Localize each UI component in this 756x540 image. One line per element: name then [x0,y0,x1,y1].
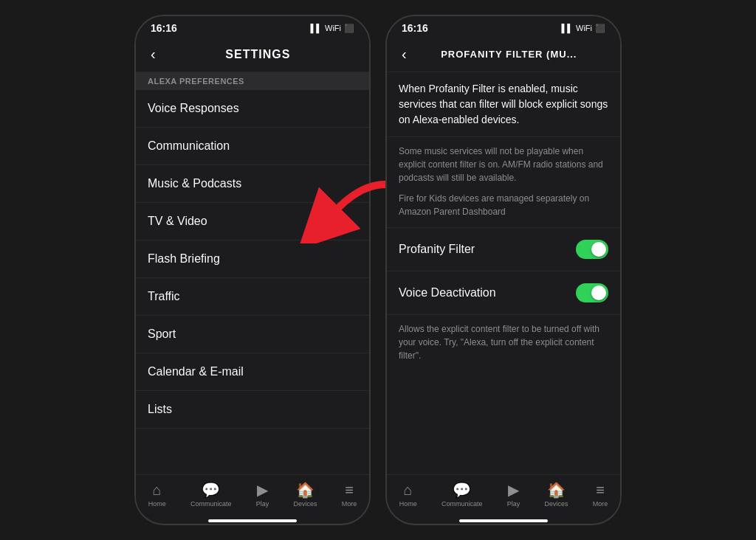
toggle-knob-voice [591,285,606,300]
profanity-filter-description: When Profanity Filter is enabled, music … [387,72,620,137]
toggle-knob-profanity [591,242,606,257]
menu-item-traffic[interactable]: Traffic [136,278,369,316]
left-nav-devices[interactable]: 🏠 Devices [294,481,317,508]
right-status-icons: ▌▌ WiFi ⬛ [561,24,605,33]
menu-item-calendar-email[interactable]: Calendar & E-mail [136,353,369,391]
right-home-indicator [459,519,548,522]
signal-icon: ▌▌ [310,24,322,32]
play-icon-r: ▶ [508,481,519,499]
left-nav-play[interactable]: ▶ Play [256,481,269,508]
menu-item-flash-briefing[interactable]: Flash Briefing [136,240,369,278]
main-container: 16:16 ▌▌ WiFi ⬛ ‹ SETTINGS ALEXA PREFERE… [0,0,756,540]
profanity-filter-toggle[interactable] [576,240,608,259]
voice-deactivation-row: Voice Deactivation [387,271,620,315]
left-status-time: 16:16 [151,22,177,34]
voice-deactivation-toggle[interactable] [576,283,608,302]
menu-item-music-podcasts[interactable]: Music & Podcasts [136,165,369,203]
left-menu-list: Voice Responses Communication Music & Po… [136,90,369,474]
right-content: When Profanity Filter is enabled, music … [387,72,620,474]
right-nav-home[interactable]: ⌂ Home [399,482,417,508]
menu-item-communication[interactable]: Communication [136,128,369,165]
communicate-icon-r: 💬 [453,481,471,499]
menu-item-voice-responses[interactable]: Voice Responses [136,90,369,128]
left-phone-wrapper: 16:16 ▌▌ WiFi ⬛ ‹ SETTINGS ALEXA PREFERE… [134,15,371,525]
left-phone: 16:16 ▌▌ WiFi ⬛ ‹ SETTINGS ALEXA PREFERE… [134,15,371,525]
right-back-button[interactable]: ‹ [399,43,410,66]
wifi-icon: WiFi [325,24,341,32]
profanity-filter-label: Profanity Filter [399,243,475,256]
battery-icon-r: ⬛ [595,24,605,33]
right-nav-title: PROFANITY FILTER (MU... [410,49,608,60]
home-icon: ⌂ [153,482,162,499]
left-nav-title: SETTINGS [159,48,357,61]
right-status-time: 16:16 [402,22,428,34]
voice-deact-description: Allows the explicit content filter to be… [387,315,620,370]
right-nav-more[interactable]: ≡ More [593,482,608,508]
left-nav-bar: ‹ SETTINGS [136,37,369,72]
communicate-icon: 💬 [202,481,220,499]
right-phone: 16:16 ▌▌ WiFi ⬛ ‹ PROFANITY FILTER (MU..… [385,15,622,525]
wifi-icon-r: WiFi [576,24,592,32]
left-nav-communicate[interactable]: 💬 Communicate [190,481,232,508]
menu-item-tv-video[interactable]: TV & Video [136,203,369,240]
right-nav-communicate[interactable]: 💬 Communicate [441,481,483,508]
left-home-indicator [208,519,297,522]
left-back-button[interactable]: ‹ [148,43,159,66]
profanity-filter-sub-description: Some music services will not be playable… [387,137,620,192]
menu-item-lists[interactable]: Lists [136,391,369,429]
devices-icon-r: 🏠 [547,481,566,499]
left-nav-more[interactable]: ≡ More [342,482,357,508]
right-nav-bar: ‹ PROFANITY FILTER (MU... [387,37,620,72]
more-icon-r: ≡ [596,482,605,499]
signal-icon-r: ▌▌ [561,24,573,32]
voice-deactivation-label: Voice Deactivation [399,286,496,300]
left-status-icons: ▌▌ WiFi ⬛ [310,24,354,33]
section-header: ALEXA PREFERENCES [136,72,369,90]
kids-devices-note: Fire for Kids devices are managed separa… [387,192,620,228]
battery-icon: ⬛ [344,24,354,33]
devices-icon: 🏠 [296,481,315,499]
right-bottom-nav: ⌂ Home 💬 Communicate ▶ Play 🏠 Devices ≡ … [387,474,620,516]
left-status-bar: 16:16 ▌▌ WiFi ⬛ [136,16,369,37]
play-icon: ▶ [257,481,268,499]
profanity-filter-row: Profanity Filter [387,228,620,271]
right-status-bar: 16:16 ▌▌ WiFi ⬛ [387,16,620,37]
right-nav-devices[interactable]: 🏠 Devices [545,481,568,508]
left-bottom-nav: ⌂ Home 💬 Communicate ▶ Play 🏠 Devices ≡ [136,474,369,516]
more-icon: ≡ [345,482,354,499]
right-nav-play[interactable]: ▶ Play [507,481,520,508]
menu-item-sport[interactable]: Sport [136,316,369,353]
left-nav-home[interactable]: ⌂ Home [148,482,166,508]
home-icon-r: ⌂ [404,482,413,499]
